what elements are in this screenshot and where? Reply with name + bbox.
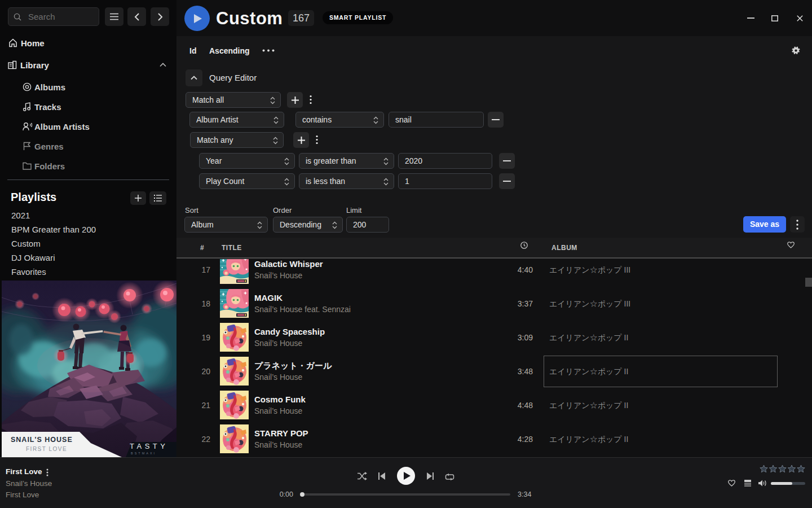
svg-text:FIRST LOVE: FIRST LOVE [26, 446, 67, 452]
svg-text:SNAIL'S HOUSE: SNAIL'S HOUSE [11, 436, 73, 444]
svg-text:TASTY: TASTY [130, 442, 168, 450]
svg-text:BSTMAXI: BSTMAXI [131, 452, 156, 455]
